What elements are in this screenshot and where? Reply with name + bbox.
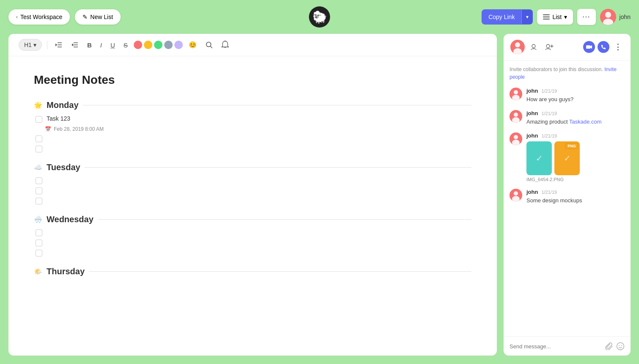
monday-label: Monday xyxy=(47,100,79,110)
chat-message-4: john 1/21/19 Some design mockups xyxy=(510,189,625,204)
color-purple[interactable] xyxy=(174,41,183,49)
chat-user-avatar xyxy=(510,40,525,54)
topbar-left: ‹ Test Workspace ✎ New List xyxy=(8,9,121,25)
svg-line-12 xyxy=(210,47,212,48)
list-view-button[interactable]: List ▾ xyxy=(537,9,573,25)
list-chevron-icon: ▾ xyxy=(564,14,567,20)
notifications-button[interactable] xyxy=(219,39,231,51)
thumb-checkmark-2: ✓ xyxy=(564,153,571,163)
msg-content-2: john 1/21/19 Amazing product Taskade.com xyxy=(526,110,625,126)
main-content: H1 ▾ B I U S xyxy=(0,34,639,364)
section-line-wednesday xyxy=(98,219,471,220)
empty-task-2 xyxy=(34,146,471,152)
msg-header-3: john 1/21/19 xyxy=(526,132,625,139)
indent-increase-button[interactable] xyxy=(69,40,81,50)
new-list-button[interactable]: ✎ New List xyxy=(75,9,121,25)
phone-call-button[interactable] xyxy=(598,41,609,53)
empty-task-7 xyxy=(34,240,471,246)
image-thumb-2[interactable]: PNG ✓ xyxy=(554,141,580,175)
logo-face-icon: 🐑 xyxy=(312,10,327,24)
image-label: IMG_6454-2.PNG xyxy=(526,177,625,182)
color-gray[interactable] xyxy=(164,41,173,49)
underline-icon: U xyxy=(110,41,115,49)
italic-button[interactable]: I xyxy=(98,40,105,50)
task-date: 📅 Feb 28, 2019 8:00 AM xyxy=(45,126,471,132)
msg-header-4: john 1/21/19 xyxy=(526,189,625,195)
strikethrough-button[interactable]: S xyxy=(121,40,130,50)
svg-point-18 xyxy=(546,44,550,48)
new-list-icon: ✎ xyxy=(83,14,88,20)
add-collaborator-button[interactable] xyxy=(528,41,540,53)
empty-task-4 xyxy=(34,188,471,194)
more-options-button[interactable]: ··· xyxy=(577,9,595,25)
add-member-button[interactable] xyxy=(543,41,555,53)
chat-more-button[interactable]: ⋮ xyxy=(612,41,624,53)
section-line-thursday xyxy=(89,271,471,272)
message-input[interactable] xyxy=(510,343,602,350)
color-yellow[interactable] xyxy=(144,41,152,49)
color-picker xyxy=(134,41,183,49)
empty-task-5 xyxy=(34,198,471,204)
svg-point-33 xyxy=(514,191,518,196)
indent-decrease-button[interactable] xyxy=(52,40,65,50)
document-title[interactable]: Meeting Notes xyxy=(34,73,471,87)
heading-chevron-icon: ▾ xyxy=(33,41,36,48)
msg-text-1: How are you guys? xyxy=(526,96,625,103)
msg-name-1: john xyxy=(526,88,538,94)
chat-message-1: john 1/21/19 How are you guys? xyxy=(510,88,625,103)
heading-selector[interactable]: H1 ▾ xyxy=(19,39,42,51)
png-badge: PNG xyxy=(565,143,578,149)
msg-content-1: john 1/21/19 How are you guys? xyxy=(526,88,625,103)
search-button[interactable] xyxy=(203,39,215,50)
attach-file-button[interactable] xyxy=(605,342,613,350)
user-button[interactable]: john xyxy=(600,9,631,25)
color-green[interactable] xyxy=(154,41,163,49)
taskade-link[interactable]: Taskade.com xyxy=(569,119,602,125)
svg-point-35 xyxy=(617,343,624,350)
bold-button[interactable]: B xyxy=(85,40,94,50)
svg-point-24 xyxy=(514,90,518,94)
color-red[interactable] xyxy=(134,41,142,49)
toolbar-separator-1 xyxy=(47,41,47,49)
empty-task-6 xyxy=(34,229,471,236)
svg-marker-10 xyxy=(72,44,73,47)
svg-point-37 xyxy=(621,345,622,346)
monday-icon: 🌟 xyxy=(34,101,42,109)
empty-checkbox-8[interactable] xyxy=(36,250,42,256)
section-tuesday-header: ☁️ Tuesday xyxy=(34,163,471,172)
task-checkbox[interactable] xyxy=(36,116,42,123)
image-thumb-1[interactable]: ✓ xyxy=(526,141,552,175)
chat-body: Invite collaborators to join this discus… xyxy=(504,61,631,336)
empty-checkbox-5[interactable] xyxy=(36,198,42,204)
empty-checkbox-6[interactable] xyxy=(36,229,42,236)
chat-call-icons: ⋮ xyxy=(583,41,624,53)
task-item: Task 123 xyxy=(34,115,471,123)
underline-button[interactable]: U xyxy=(108,40,118,50)
back-button[interactable]: ‹ Test Workspace xyxy=(8,9,70,25)
editor-body: Meeting Notes 🌟 Monday Task 123 📅 Feb 28… xyxy=(8,56,497,356)
task-date-text: Feb 28, 2019 8:00 AM xyxy=(54,126,104,132)
emoji-picker-button[interactable] xyxy=(616,342,625,350)
copy-link-label: Copy Link xyxy=(482,9,521,25)
user-avatar xyxy=(600,9,616,25)
emoji-icon: 😊 xyxy=(189,41,197,49)
workspace-label: Test Workspace xyxy=(20,14,62,20)
video-call-button[interactable] xyxy=(583,41,595,53)
copy-link-button[interactable]: Copy Link ▾ xyxy=(482,9,533,25)
thursday-label: Thursday xyxy=(47,267,85,276)
user-name-label: john xyxy=(620,14,631,20)
wednesday-icon: 🌨️ xyxy=(34,215,42,223)
copy-link-chevron-icon[interactable]: ▾ xyxy=(521,10,533,24)
list-label: List xyxy=(552,14,562,20)
empty-checkbox-2[interactable] xyxy=(36,146,42,152)
thumb-checkmark-1: ✓ xyxy=(536,153,543,163)
emoji-button[interactable]: 😊 xyxy=(186,39,199,50)
image-attachment: ✓ PNG ✓ xyxy=(526,141,625,175)
chat-message-2: john 1/21/19 Amazing product Taskade.com xyxy=(510,110,625,126)
msg-text-4: Some design mockups xyxy=(526,197,625,204)
empty-checkbox-4[interactable] xyxy=(36,188,42,194)
empty-checkbox-1[interactable] xyxy=(36,135,42,142)
empty-checkbox-7[interactable] xyxy=(36,240,42,246)
svg-point-11 xyxy=(206,42,211,47)
empty-checkbox-3[interactable] xyxy=(36,177,42,184)
